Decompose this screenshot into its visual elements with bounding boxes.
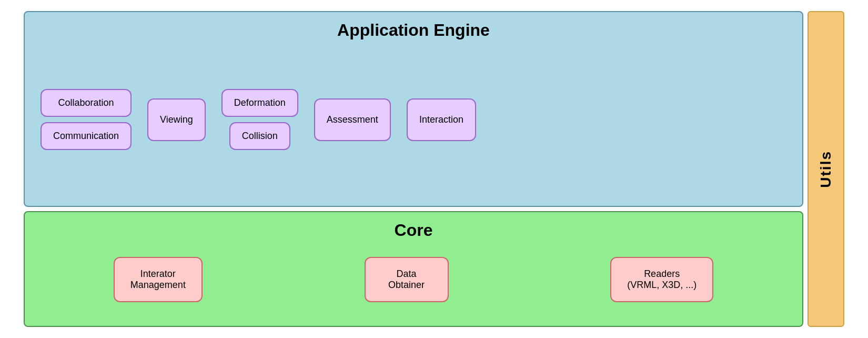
diagram-container: Application Engine Collaboration Communi… bbox=[24, 11, 844, 327]
app-engine-modules: Collaboration Communication Viewing Defo… bbox=[35, 51, 792, 188]
deformation-box: Deformation bbox=[221, 89, 298, 117]
communication-box: Communication bbox=[41, 122, 132, 150]
utils-sidebar: Utils bbox=[808, 11, 844, 327]
collaboration-box: Collaboration bbox=[41, 89, 132, 117]
readers-box: Readers (VRML, X3D, ...) bbox=[610, 257, 713, 302]
core-modules: Interator Management Data Obtainer Reade… bbox=[35, 251, 792, 309]
app-engine-title: Application Engine bbox=[35, 21, 792, 40]
viewing-box: Viewing bbox=[147, 98, 206, 141]
collision-box: Collision bbox=[229, 122, 290, 150]
app-engine-layer: Application Engine Collaboration Communi… bbox=[24, 11, 803, 207]
assessment-box: Assessment bbox=[314, 98, 391, 141]
interaction-box: Interaction bbox=[407, 98, 476, 141]
utils-label: Utils bbox=[817, 151, 834, 188]
core-layer: Core Interator Management Data Obtainer … bbox=[24, 211, 803, 327]
collab-comm-group: Collaboration Communication bbox=[41, 89, 132, 150]
interator-management-box: Interator Management bbox=[114, 257, 203, 302]
core-title: Core bbox=[35, 221, 792, 240]
data-obtainer-box: Data Obtainer bbox=[365, 257, 449, 302]
deformation-collision-group: Deformation Collision bbox=[221, 89, 298, 150]
main-area: Application Engine Collaboration Communi… bbox=[24, 11, 803, 327]
